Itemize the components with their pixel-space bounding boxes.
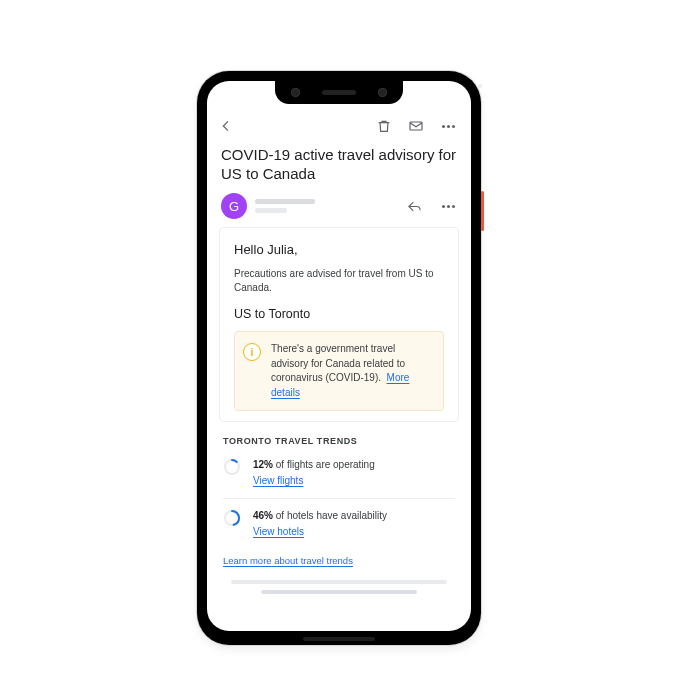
- travel-trends-section: TORONTO TRAVEL TRENDS 12% of flights are…: [207, 430, 471, 549]
- progress-ring-icon: [223, 458, 241, 476]
- greeting-text: Hello Julia,: [234, 242, 444, 257]
- route-heading: US to Toronto: [234, 307, 444, 321]
- trend-suffix: of hotels have availability: [273, 510, 387, 521]
- advisory-text: There's a government travel advisory for…: [271, 342, 433, 400]
- more-horizontal-icon: [442, 125, 455, 128]
- sender-info-placeholder: [255, 199, 315, 213]
- view-flights-link[interactable]: View flights: [253, 474, 375, 488]
- more-actions-button[interactable]: [435, 113, 461, 139]
- mark-unread-button[interactable]: [403, 113, 429, 139]
- trend-item-flights: 12% of flights are operating View flight…: [223, 454, 455, 498]
- trend-percent: 46%: [253, 510, 273, 521]
- view-hotels-link[interactable]: View hotels: [253, 525, 387, 539]
- reply-button[interactable]: [401, 193, 427, 219]
- email-view: COVID-19 active travel advisory for US t…: [207, 81, 471, 631]
- trash-icon: [376, 118, 392, 134]
- footer-placeholder-bars: [207, 576, 471, 600]
- progress-ring-icon: [223, 509, 241, 527]
- trend-text: 46% of hotels have availability View hot…: [253, 509, 387, 539]
- advisory-banner: i There's a government travel advisory f…: [234, 331, 444, 411]
- learn-more-link[interactable]: Learn more about travel trends: [223, 555, 353, 566]
- phone-power-button: [481, 191, 484, 231]
- trend-suffix: of flights are operating: [273, 459, 375, 470]
- trends-title: TORONTO TRAVEL TRENDS: [223, 436, 455, 446]
- phone-frame: COVID-19 active travel advisory for US t…: [197, 71, 481, 645]
- phone-screen: COVID-19 active travel advisory for US t…: [207, 81, 471, 631]
- action-bar: [207, 109, 471, 143]
- back-button[interactable]: [213, 113, 239, 139]
- envelope-icon: [408, 118, 424, 134]
- chevron-left-icon: [218, 118, 234, 134]
- avatar: G: [221, 193, 247, 219]
- trend-item-hotels: 46% of hotels have availability View hot…: [223, 498, 455, 549]
- phone-speaker: [303, 637, 375, 641]
- learn-more-row: Learn more about travel trends: [207, 549, 471, 576]
- advisory-message: There's a government travel advisory for…: [271, 343, 405, 383]
- trend-text: 12% of flights are operating View flight…: [253, 458, 375, 488]
- message-more-button[interactable]: [435, 193, 461, 219]
- delete-button[interactable]: [371, 113, 397, 139]
- sender-row[interactable]: G: [207, 189, 471, 227]
- precaution-text: Precautions are advised for travel from …: [234, 267, 444, 295]
- reply-icon: [407, 199, 422, 214]
- email-body-card: Hello Julia, Precautions are advised for…: [219, 227, 459, 422]
- info-icon: i: [243, 343, 261, 361]
- more-horizontal-icon: [442, 205, 455, 208]
- trend-percent: 12%: [253, 459, 273, 470]
- email-subject: COVID-19 active travel advisory for US t…: [207, 143, 471, 189]
